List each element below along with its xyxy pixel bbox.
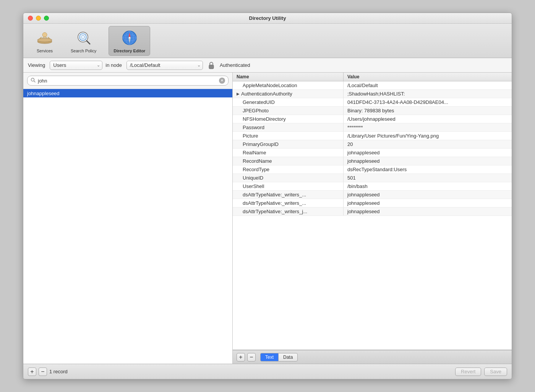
attr-value-cell: /Users/johnappleseed	[344, 115, 512, 123]
attr-value-cell: johnappleseed	[344, 149, 512, 157]
node-dropdown[interactable]: /Local/Default /Search /Contact	[126, 61, 203, 70]
attr-name-cell: RecordName	[233, 157, 344, 165]
table-row[interactable]: NFSHomeDirectory /Users/johnappleseed	[233, 115, 512, 123]
table-row[interactable]: RealName johnappleseed	[233, 149, 512, 157]
services-label: Services	[37, 49, 53, 53]
window-controls[interactable]	[28, 16, 49, 21]
toolbar-item-directory-editor[interactable]: Directory Editor	[109, 26, 150, 56]
search-input-wrapper[interactable]: ×	[27, 76, 229, 86]
search-bar: ×	[23, 73, 232, 89]
attr-value-cell: ********	[344, 123, 512, 131]
attr-value-cell: 041DFD4C-3713-4A24-AA08-D429D8AE04...	[344, 98, 512, 106]
viewing-label: Viewing	[28, 62, 45, 68]
attr-value-cell: /Local/Default	[344, 81, 512, 89]
left-pane: × johnappleseed	[23, 73, 233, 364]
remove-record-button[interactable]: −	[39, 368, 47, 376]
attr-name-cell: dsAttrTypeNative:_writers_j...	[233, 207, 344, 215]
add-attribute-button[interactable]: +	[237, 353, 245, 361]
bottom-left: + − 1 record	[28, 368, 68, 376]
save-button[interactable]: Save	[484, 368, 507, 376]
user-list: johnappleseed	[23, 89, 232, 364]
table-row[interactable]: UniqueID 501	[233, 174, 512, 182]
attr-name-cell: ▶ AuthenticationAuthority	[233, 90, 344, 98]
bottom-bar: + − 1 record Revert Save	[23, 364, 512, 379]
close-button[interactable]	[28, 16, 33, 21]
attr-value-cell: /bin/bash	[344, 182, 512, 190]
title-bar: Directory Utility	[23, 13, 512, 24]
table-row[interactable]: dsAttrTypeNative:_writers_... johnapples…	[233, 199, 512, 207]
data-segment-button[interactable]: Data	[278, 353, 298, 361]
attr-name-cell: UniqueID	[233, 174, 344, 182]
viewing-dropdown-wrapper[interactable]: Users Groups Computers Computer Groups C…	[50, 61, 102, 70]
search-input[interactable]	[38, 78, 217, 84]
attr-value-cell: johnappleseed	[344, 207, 512, 215]
directory-editor-label: Directory Editor	[113, 49, 145, 53]
table-row[interactable]: RecordName johnappleseed	[233, 157, 512, 165]
attr-value-cell: johnappleseed	[344, 157, 512, 165]
toolbar-item-search-policy[interactable]: Search Policy	[66, 26, 101, 55]
attr-value-cell: 20	[344, 140, 512, 148]
search-policy-label: Search Policy	[71, 49, 96, 53]
revert-button[interactable]: Revert	[455, 368, 481, 376]
search-clear-button[interactable]: ×	[219, 78, 225, 84]
svg-rect-19	[209, 65, 214, 69]
right-bottom-toolbar: + − Text Data	[233, 350, 512, 364]
table-row[interactable]: AppleMetaNodeLocation /Local/Default	[233, 81, 512, 90]
attr-name-cell: UserShell	[233, 182, 344, 190]
attr-name-cell: RealName	[233, 149, 344, 157]
viewing-dropdown[interactable]: Users Groups Computers Computer Groups C…	[50, 61, 102, 70]
attr-name-cell: JPEGPhoto	[233, 107, 344, 115]
attr-value-cell: johnappleseed	[344, 199, 512, 207]
add-record-button[interactable]: +	[28, 368, 36, 376]
table-header: Name Value	[233, 73, 512, 81]
col-value-header: Value	[344, 73, 512, 81]
in-node-label: in node	[105, 62, 122, 68]
minimize-button[interactable]	[36, 16, 41, 21]
table-row[interactable]: RecordType dsRecTypeStandard:Users	[233, 165, 512, 174]
search-icon	[31, 78, 36, 84]
bottom-right: Revert Save	[455, 368, 507, 376]
table-row[interactable]: dsAttrTypeNative:_writers_j... johnapple…	[233, 207, 512, 216]
expand-arrow[interactable]: ▶	[237, 92, 240, 96]
attr-value-cell: /Library/User Pictures/Fun/Ying-Yang.png	[344, 132, 512, 140]
toolbar-item-services[interactable]: Services	[31, 26, 58, 55]
attr-name-cell: Picture	[233, 132, 344, 140]
directory-editor-icon	[120, 29, 139, 47]
attr-value-cell: johnappleseed	[344, 191, 512, 199]
window-title: Directory Utility	[249, 15, 286, 21]
attr-name-cell: dsAttrTypeNative:_writers_...	[233, 199, 344, 207]
attr-value-cell: ;ShadowHash;HASHLIST:	[344, 90, 512, 98]
table-row[interactable]: GeneratedUID 041DFD4C-3713-4A24-AA08-D42…	[233, 98, 512, 107]
node-dropdown-wrapper[interactable]: /Local/Default /Search /Contact	[126, 61, 203, 70]
attr-name-cell: NFSHomeDirectory	[233, 115, 344, 123]
record-count: 1 record	[49, 369, 68, 374]
list-item[interactable]: johnappleseed	[23, 89, 232, 97]
attr-value-cell: 501	[344, 174, 512, 182]
col-name-header: Name	[233, 73, 344, 81]
table-row[interactable]: UserShell /bin/bash	[233, 182, 512, 191]
attr-table: Name Value AppleMetaNodeLocation /Local/…	[233, 73, 512, 350]
table-row[interactable]: dsAttrTypeNative:_writers_... johnapples…	[233, 191, 512, 199]
maximize-button[interactable]	[44, 16, 49, 21]
text-segment-button[interactable]: Text	[260, 353, 278, 361]
lock-icon[interactable]	[208, 61, 215, 70]
attr-value-cell: Binary: 789838 bytes	[344, 107, 512, 115]
table-row[interactable]: Picture /Library/User Pictures/Fun/Ying-…	[233, 132, 512, 140]
main-content: × johnappleseed Name Value	[23, 73, 512, 364]
viewing-bar: Viewing Users Groups Computers Computer …	[23, 58, 512, 73]
attr-name-cell: PrimaryGroupID	[233, 140, 344, 148]
auth-status: Authenticated	[220, 62, 250, 68]
table-row[interactable]: Password ********	[233, 123, 512, 132]
table-row[interactable]: ▶ AuthenticationAuthority ;ShadowHash;HA…	[233, 90, 512, 98]
svg-point-18	[128, 37, 130, 39]
search-policy-icon	[75, 29, 93, 47]
table-row[interactable]: PrimaryGroupID 20	[233, 140, 512, 149]
right-pane: Name Value AppleMetaNodeLocation /Local/…	[233, 73, 512, 364]
remove-attribute-button[interactable]: −	[247, 353, 256, 361]
svg-point-2	[42, 32, 47, 37]
attr-name-cell: dsAttrTypeNative:_writers_...	[233, 191, 344, 199]
text-data-segment: Text Data	[260, 353, 298, 361]
attr-name-cell: AppleMetaNodeLocation	[233, 81, 344, 89]
table-row[interactable]: JPEGPhoto Binary: 789838 bytes	[233, 107, 512, 115]
attr-value-cell: dsRecTypeStandard:Users	[344, 165, 512, 173]
